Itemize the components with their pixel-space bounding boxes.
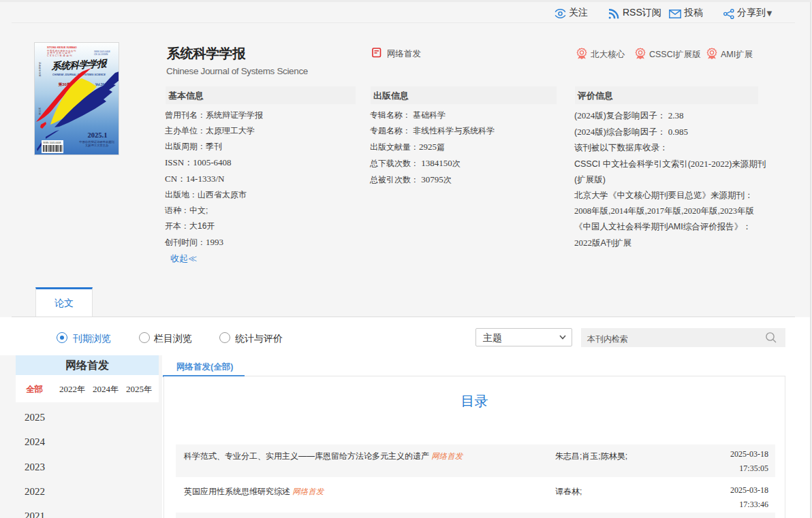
svg-text:第30卷: 第30卷 (38, 108, 41, 116)
svg-text:CN 14-1333/N: CN 14-1333/N (94, 53, 108, 56)
svg-text:ISSN 1005-6408: ISSN 1005-6408 (43, 142, 61, 144)
svg-text:系统科学学报: 系统科学学报 (38, 62, 42, 77)
svg-text:XITONG KEXUE XUEBAO: XITONG KEXUE XUEBAO (47, 46, 77, 49)
svg-text:CSSCI来源期刊: CSSCI来源期刊 (47, 54, 73, 57)
svg-text:2025.1: 2025.1 (88, 131, 108, 139)
svg-text:太原理工大学主办: 太原理工大学主办 (85, 144, 109, 147)
svg-text:中国自然辩证法研究会期刊: 中国自然辩证法研究会期刊 (79, 140, 114, 144)
